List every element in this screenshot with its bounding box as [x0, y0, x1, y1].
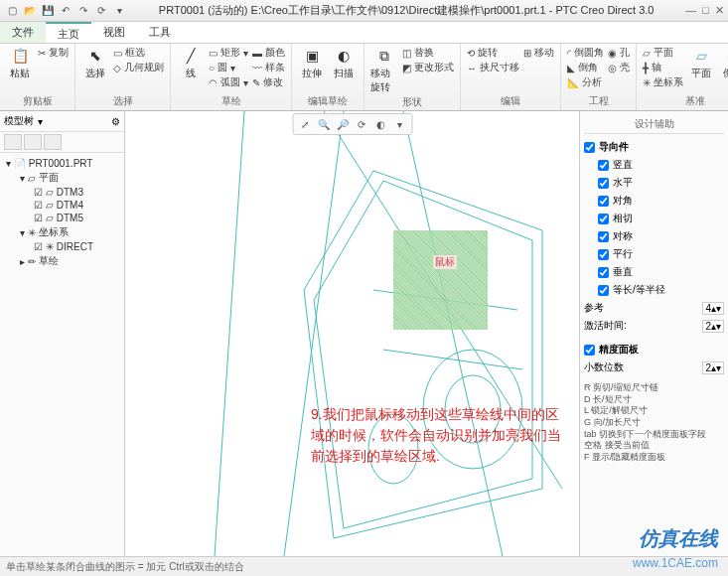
tree-dtm4[interactable]: ☑ ▱ DTM4 [2, 199, 122, 212]
ribbon-sketch: ╱线 ▭ 矩形 ▾ ○ 圆 ▾ ◠ 弧圆 ▾ ▬ 颜色 〰 样条 ✎ 修改 草绘 [171, 44, 292, 110]
window-title: PRT0001 (活动的) E:\Creo工作目录\工作文件\0912\Dire… [127, 3, 685, 18]
tree-tbtn2[interactable] [24, 134, 42, 150]
ribbon-edit: ⟲ 旋转 ↔ 挟尺寸移 ⊞ 移动 编辑 [461, 44, 561, 110]
plane-item[interactable]: ▱ 平面 [643, 46, 683, 60]
round-lg-button[interactable]: ◉倒圆 [719, 46, 728, 80]
rect-button[interactable]: ▭ 矩形 ▾ [209, 46, 248, 60]
svg-line-0 [215, 111, 244, 556]
windows-icon[interactable]: ▾ [111, 3, 127, 19]
tree-sketch[interactable]: ▸ ✏ 草绘 [2, 253, 122, 269]
replace-button[interactable]: ◫ 替换 [402, 46, 454, 60]
ribbon-select: ⬉选择 ▭ 框选 ◇ 几何规则 选择 [75, 44, 171, 110]
shade-icon[interactable]: ◐ [372, 116, 388, 132]
status-bar: 单击草绘某条闭合曲线的图示 = 加元 Ctrl或双击的结合 [0, 556, 728, 576]
svg-line-2 [403, 111, 503, 556]
tree-dropdown-icon[interactable]: ▾ [38, 116, 43, 127]
move-icon: ⧉ [374, 46, 394, 66]
extrude-button[interactable]: ▣拉伸 [298, 46, 326, 80]
copy-button[interactable]: ✂ 复制 [38, 46, 69, 60]
arc-button[interactable]: ◠ 弧圆 ▾ [209, 75, 248, 89]
paste-button[interactable]: 📋粘贴 [6, 46, 34, 80]
tangent-check[interactable]: 相切 [584, 210, 724, 227]
shell-item[interactable]: ◎ 壳 [608, 61, 630, 74]
perpendicular-check[interactable]: 垂直 [584, 263, 724, 281]
csys-item[interactable]: ✳ 坐标系 [643, 75, 683, 89]
precision-panel-toggle[interactable]: 精度面板 [584, 341, 724, 359]
ribbon-edit-sketch: ▣拉伸 ◐扫描 编辑草绘 [292, 44, 364, 110]
undo-icon[interactable]: ↶ [58, 3, 73, 19]
axis-item[interactable]: ╋ 轴 [643, 61, 683, 74]
sweep-button[interactable]: ◐扫描 [330, 46, 358, 80]
decimals-row: 小数位数 2 ▴▾ [584, 359, 724, 376]
analyze-item[interactable]: 📐 分析 [567, 75, 604, 89]
model-tree-panel: 模型树 ▾ ⚙ ▾ 📄 PRT0001.PRT ▾ ▱ 平面 ☑ ▱ DTM3 … [0, 111, 125, 556]
views-icon[interactable]: ▾ [391, 116, 407, 132]
circle-button[interactable]: ○ 圆 ▾ [209, 61, 248, 74]
zoomin-icon[interactable]: 🔍 [316, 116, 332, 132]
tree-tab-label[interactable]: 模型树 [4, 114, 34, 128]
geom-rule[interactable]: ◇ 几何规则 [113, 61, 164, 74]
status-text: 单击草绘某条闭合曲线的图示 = 加元 Ctrl或双击的结合 [6, 560, 244, 574]
tree-toolbar [0, 132, 124, 153]
vertical-check[interactable]: 竖直 [584, 156, 724, 174]
ref-spinner[interactable]: 4 ▴▾ [702, 302, 724, 315]
reference-row: 参考 4 ▴▾ [584, 299, 724, 317]
redo-icon[interactable]: ↷ [75, 3, 91, 19]
equal-check[interactable]: 等长/等半径 [584, 281, 724, 299]
tab-file[interactable]: 文件 [0, 22, 46, 43]
watermark-url: www.1CAE.com [633, 556, 718, 570]
title-bar: ▢ 📂 💾 ↶ ↷ ⟳ ▾ PRT0001 (活动的) E:\Creo工作目录\… [0, 0, 728, 22]
modify-button[interactable]: ✎ 修改 [252, 75, 285, 89]
close-icon[interactable]: ✕ [715, 4, 724, 17]
delay-spinner[interactable]: 2 ▴▾ [702, 320, 724, 333]
line-icon: ╱ [181, 46, 201, 66]
reform-button[interactable]: ◩ 更改形式 [402, 61, 454, 74]
round-item[interactable]: ◜ 倒圆角 [567, 46, 604, 60]
parallel-check[interactable]: 平行 [584, 245, 724, 263]
move-rotate-button[interactable]: ⧉移动旋转 [370, 46, 398, 94]
box-select[interactable]: ▭ 框选 [113, 46, 164, 60]
zoomout-icon[interactable]: 🔎 [335, 116, 351, 132]
plane-lg-button[interactable]: ▱平面 [687, 46, 715, 80]
save-icon[interactable]: 💾 [40, 3, 56, 19]
tree-tbtn3[interactable] [44, 134, 62, 150]
tree-planes[interactable]: ▾ ▱ 平面 [2, 170, 122, 186]
hole-item[interactable]: ◉ 孔 [608, 46, 630, 60]
tree-dtm3[interactable]: ☑ ▱ DTM3 [2, 186, 122, 199]
rotate-item[interactable]: ⟲ 旋转 [467, 46, 519, 60]
spline-button[interactable]: 〰 样条 [252, 61, 285, 74]
tree-dtm5[interactable]: ☑ ▱ DTM5 [2, 212, 122, 224]
regen-icon[interactable]: ⟳ [93, 3, 109, 19]
sweep-icon: ◐ [334, 46, 354, 66]
refit-icon[interactable]: ⤢ [297, 116, 313, 132]
select-button[interactable]: ⬉选择 [81, 46, 109, 80]
decimals-spinner[interactable]: 2 ▴▾ [702, 361, 724, 374]
quick-access-toolbar: ▢ 📂 💾 ↶ ↷ ⟳ ▾ [4, 3, 127, 19]
maximize-icon[interactable]: □ [702, 4, 709, 17]
new-icon[interactable]: ▢ [4, 3, 20, 19]
tree-settings-icon[interactable]: ⚙ [111, 116, 120, 127]
open-icon[interactable]: 📂 [22, 3, 38, 19]
tree-direct[interactable]: ☑ ✳ DIRECT [2, 240, 122, 253]
window-controls: — □ ✕ [685, 4, 724, 17]
repaint-icon[interactable]: ⟳ [354, 116, 369, 132]
viewport[interactable]: ⤢ 🔍 🔎 ⟳ ◐ ▾ 鼠标 9.我们把鼠标移动到这些 [125, 111, 579, 556]
pattern-item[interactable]: ⊞ 移动 [523, 46, 554, 60]
shortcut-help: R 剪切/缩短尺寸链 D 长/短尺寸 L 锁定/解锁尺寸 G 向/加长尺寸 ta… [584, 382, 724, 464]
tree-tbtn1[interactable] [4, 134, 22, 150]
tab-home[interactable]: 主页 [46, 22, 91, 43]
tab-tools[interactable]: 工具 [137, 22, 183, 43]
dim-move-item[interactable]: ↔ 挟尺寸移 [467, 61, 519, 74]
ribbon: 📋粘贴 ✂ 复制 剪贴板 ⬉选择 ▭ 框选 ◇ 几何规则 选择 ╱线 ▭ 矩形 … [0, 44, 728, 111]
tree-csys-group[interactable]: ▾ ✳ 坐标系 [2, 224, 122, 240]
diagonal-check[interactable]: 对角 [584, 192, 724, 210]
guide-toggle[interactable]: 导向件 [584, 138, 724, 156]
minimize-icon[interactable]: — [685, 4, 696, 17]
horizontal-check[interactable]: 水平 [584, 174, 724, 192]
symmetry-check[interactable]: 对称 [584, 227, 724, 245]
line-button[interactable]: ╱线 [177, 46, 205, 80]
color-button[interactable]: ▬ 颜色 [252, 46, 285, 60]
chamfer-item[interactable]: ◣ 倒角 [567, 61, 604, 74]
tab-view[interactable]: 视图 [91, 22, 137, 43]
tree-root[interactable]: ▾ 📄 PRT0001.PRT [2, 157, 122, 170]
